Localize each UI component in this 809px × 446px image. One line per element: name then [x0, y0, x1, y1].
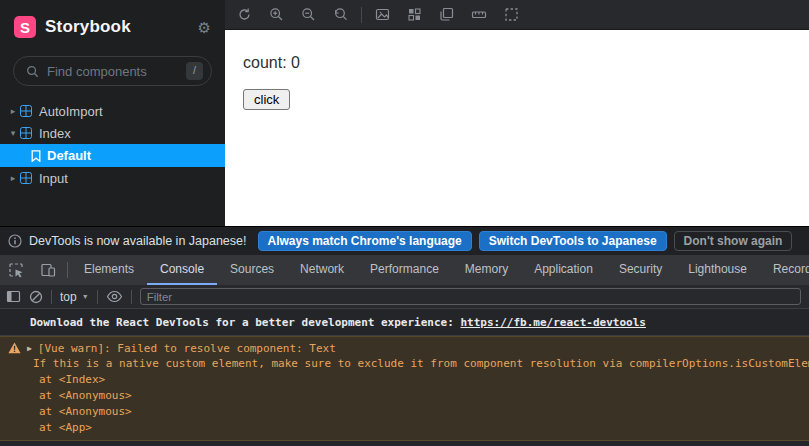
tree-item-index[interactable]: ▾ Index: [0, 122, 225, 144]
tab-console[interactable]: Console: [147, 255, 217, 285]
warning-icon: [8, 342, 21, 354]
tab-lighthouse[interactable]: Lighthouse: [675, 255, 760, 285]
console-log-react-devtools: Download the React DevTools for a better…: [0, 309, 809, 336]
toolbar-separator: [51, 290, 52, 304]
dont-show-again-button[interactable]: Don't show again: [674, 231, 793, 251]
click-button[interactable]: click: [243, 89, 290, 110]
devtools-tabbar: Elements Console Sources Network Perform…: [0, 255, 809, 285]
canvas-toolbar: [225, 0, 809, 30]
inspect-element-icon[interactable]: [0, 262, 32, 278]
stack-frame: at <Anonymous>: [0, 388, 809, 404]
console-sidebar-icon[interactable]: [6, 290, 21, 303]
toolbar-separator: [131, 290, 132, 304]
story-preview: count: 0 click: [225, 30, 809, 226]
console-messages: Download the React DevTools for a better…: [0, 309, 809, 446]
chevron-right-icon[interactable]: ▸: [8, 106, 18, 116]
devtools-panel: DevTools is now available in Japanese! A…: [0, 226, 809, 446]
viewport-icon[interactable]: [439, 7, 454, 22]
dropdown-arrow-icon: ▼: [82, 293, 89, 300]
storybook-logo: S: [14, 16, 36, 38]
search-input[interactable]: Find components /: [13, 56, 212, 86]
clear-console-icon[interactable]: [29, 290, 43, 304]
chevron-down-icon[interactable]: ▾: [8, 128, 18, 138]
remount-icon[interactable]: [237, 7, 252, 22]
story-canvas: count: 0 click: [225, 0, 809, 226]
console-toolbar: top ▼: [0, 285, 809, 309]
infobar-message: DevTools is now available in Japanese!: [29, 234, 247, 248]
tree-item-input[interactable]: ▸ Input: [0, 167, 225, 189]
tree-item-label: Index: [39, 126, 71, 141]
search-shortcut-badge: /: [186, 62, 203, 79]
warning-text-line2: If this is a native custom element, make…: [0, 356, 809, 372]
zoom-out-icon[interactable]: [301, 7, 316, 22]
info-icon: [8, 234, 22, 248]
device-toolbar-icon[interactable]: [32, 262, 64, 278]
zoom-in-icon[interactable]: [269, 7, 284, 22]
brand-title: Storybook: [45, 17, 131, 37]
tab-security[interactable]: Security: [606, 255, 675, 285]
tabbar-separator: [67, 262, 68, 278]
console-filter-input[interactable]: [140, 288, 801, 305]
storybook-section: S Storybook ⚙ Find components / ▸: [0, 0, 809, 226]
stack-frame: at <App>: [0, 420, 809, 436]
tab-sources[interactable]: Sources: [217, 255, 287, 285]
chevron-right-icon[interactable]: ▸: [8, 173, 18, 183]
tab-application[interactable]: Application: [521, 255, 606, 285]
log-text: Download the React DevTools for a better…: [30, 316, 460, 329]
toolbar-separator: [97, 290, 98, 304]
tab-recorder[interactable]: Recorder: [760, 255, 809, 285]
eye-icon[interactable]: [106, 290, 123, 303]
gear-icon[interactable]: ⚙: [198, 20, 211, 35]
component-icon: [20, 105, 32, 117]
component-tree: ▸ AutoImport ▾: [0, 100, 225, 189]
storybook-sidebar: S Storybook ⚙ Find components / ▸: [0, 0, 225, 226]
component-icon: [20, 172, 32, 184]
console-warning-vue: ▶ [Vue warn]: Failed to resolve componen…: [0, 336, 809, 441]
app-window: S Storybook ⚙ Find components / ▸: [0, 0, 809, 446]
react-devtools-link[interactable]: https://fb.me/react-devtools: [460, 316, 645, 329]
devtools-infobar: DevTools is now available in Japanese! A…: [0, 227, 809, 255]
switch-language-button[interactable]: Switch DevTools to Japanese: [479, 231, 667, 251]
component-icon: [20, 127, 32, 139]
outline-icon[interactable]: [504, 7, 519, 22]
tree-item-label: AutoImport: [39, 104, 103, 119]
zoom-reset-icon[interactable]: [333, 7, 348, 22]
tab-network[interactable]: Network: [287, 255, 357, 285]
toolbar-separator: [361, 7, 362, 23]
tab-performance[interactable]: Performance: [357, 255, 452, 285]
stack-frame: at <Anonymous>: [0, 404, 809, 420]
grid-icon[interactable]: [407, 7, 422, 22]
warning-text-line1: [Vue warn]: Failed to resolve component:…: [38, 342, 336, 355]
measure-icon[interactable]: [471, 7, 487, 22]
bookmark-icon: [31, 150, 41, 162]
expand-triangle-icon[interactable]: ▶: [27, 344, 32, 353]
tree-item-default-selected[interactable]: Default: [0, 144, 225, 167]
search-placeholder: Find components: [47, 64, 186, 79]
background-icon[interactable]: [375, 7, 390, 22]
tree-item-label: Input: [39, 171, 68, 186]
match-language-button[interactable]: Always match Chrome's language: [258, 231, 472, 251]
tab-elements[interactable]: Elements: [71, 255, 147, 285]
search-icon: [26, 65, 39, 78]
stack-frame: at <Index>: [0, 372, 809, 388]
context-selector[interactable]: top ▼: [60, 290, 89, 304]
tab-memory[interactable]: Memory: [452, 255, 521, 285]
console-prompt[interactable]: ›: [0, 441, 809, 446]
tree-item-autoimport[interactable]: ▸ AutoImport: [0, 100, 225, 122]
count-text: count: 0: [243, 54, 791, 72]
sidebar-header: S Storybook ⚙: [0, 0, 225, 48]
tree-item-label: Default: [47, 148, 91, 163]
